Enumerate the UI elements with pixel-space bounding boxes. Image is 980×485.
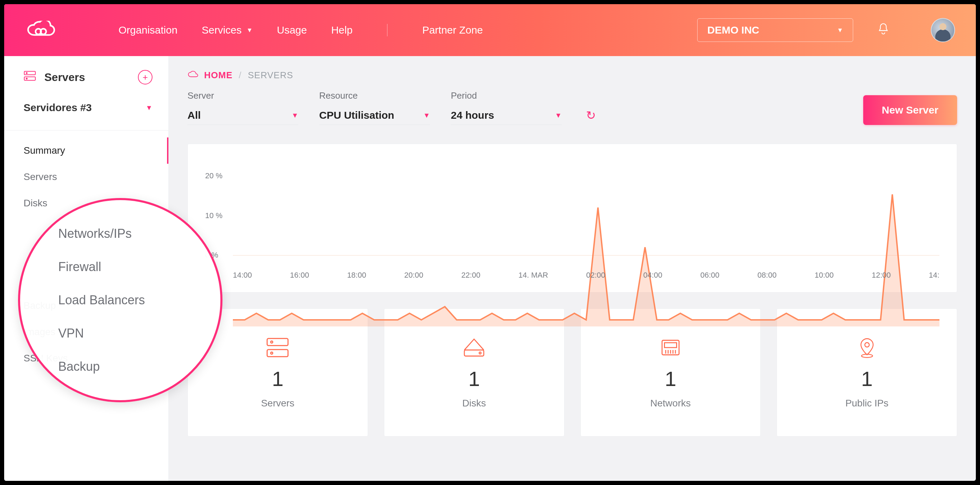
filter-resource-label: Resource (319, 90, 430, 101)
notifications-icon[interactable] (877, 22, 889, 38)
filter-period: Period 24 hours ▼ (451, 90, 562, 125)
main-content: HOME / SERVERS Server All ▼ Resource (169, 56, 976, 481)
y-tick: 20 % (205, 171, 223, 181)
cpu-chart-card: 20 % 10 % 0 % 14:0016:0018:0020:0022:001… (188, 144, 957, 293)
brand-logo[interactable] (25, 21, 56, 40)
app-header: Organisation Services▼ Usage Help Partne… (4, 4, 976, 56)
filter-period-select[interactable]: 24 hours ▼ (451, 109, 562, 125)
servers-icon (24, 70, 36, 84)
organisation-select[interactable]: DEMO INC ▼ (697, 18, 853, 42)
chevron-down-icon: ▼ (291, 111, 298, 119)
zoom-submenu-overlay: Networks/IPs Firewall Load Balancers VPN… (18, 198, 223, 402)
filter-resource-select[interactable]: CPU Utilisation ▼ (319, 109, 430, 125)
server-group-select[interactable]: Servidores #3 ▼ (4, 98, 169, 127)
chevron-down-icon: ▼ (146, 104, 153, 112)
x-axis: 14:0016:0018:0020:0022:0014. MAR02:0004:… (233, 271, 939, 280)
breadcrumb-current: SERVERS (248, 70, 293, 81)
add-server-button[interactable]: + (138, 70, 153, 84)
server-group-value: Servidores #3 (24, 102, 92, 114)
svg-point-3 (26, 72, 27, 73)
filter-server: Server All ▼ (188, 90, 298, 125)
stat-label: Servers (261, 398, 294, 409)
stat-label: Networks (651, 398, 691, 409)
stat-label: Disks (462, 398, 486, 409)
submenu-item-networks-ips[interactable]: Networks/IPs (58, 227, 220, 241)
chevron-down-icon: ▼ (555, 111, 562, 119)
nav-help[interactable]: Help (331, 24, 353, 36)
chevron-down-icon: ▼ (423, 111, 430, 119)
filter-resource: Resource CPU Utilisation ▼ (319, 90, 430, 125)
new-server-button[interactable]: New Server (863, 95, 957, 125)
nav-organisation[interactable]: Organisation (119, 24, 177, 36)
chevron-down-icon: ▼ (247, 27, 253, 34)
organisation-select-value: DEMO INC (707, 24, 759, 36)
breadcrumb-home[interactable]: HOME (188, 70, 232, 81)
filter-server-select[interactable]: All ▼ (188, 109, 298, 125)
breadcrumb: HOME / SERVERS (188, 70, 957, 81)
submenu-item-vpn[interactable]: VPN (58, 326, 220, 341)
sidebar-item-summary[interactable]: Summary (4, 138, 169, 164)
nav-usage[interactable]: Usage (277, 24, 307, 36)
stat-label: Public IPs (845, 398, 889, 409)
submenu-item-backup[interactable]: Backup (58, 359, 220, 374)
cpu-line-chart (233, 161, 939, 373)
filter-server-label: Server (188, 90, 298, 101)
avatar[interactable] (931, 18, 955, 42)
submenu-item-firewall[interactable]: Firewall (58, 260, 220, 274)
nav-separator (387, 24, 387, 36)
sidebar-item-servers[interactable]: Servers (4, 164, 169, 190)
filter-period-label: Period (451, 90, 562, 101)
y-tick: 10 % (205, 211, 223, 220)
nav-partner-zone[interactable]: Partner Zone (422, 24, 483, 36)
submenu-item-load-balancers[interactable]: Load Balancers (58, 293, 220, 307)
refresh-button[interactable]: ↻ (586, 108, 596, 122)
chevron-down-icon: ▼ (837, 27, 843, 34)
nav-services[interactable]: Services▼ (202, 24, 253, 36)
main-nav: Organisation Services▼ Usage Help Partne… (119, 24, 483, 36)
svg-point-5 (26, 78, 27, 79)
cloud-icon (188, 70, 199, 81)
sidebar-title: Servers (45, 71, 85, 84)
